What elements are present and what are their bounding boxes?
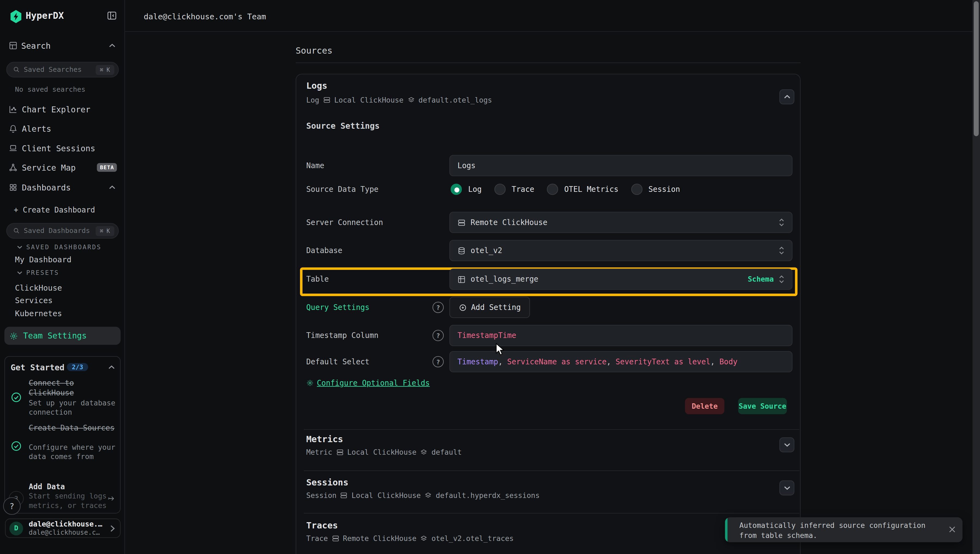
table-name: default.hyperdx_sessions [436, 491, 540, 500]
search-icon [13, 228, 20, 234]
select-chevrons-icon [779, 218, 784, 227]
sidebar-item-chart-explorer[interactable]: Chart Explorer [22, 105, 90, 114]
name-input[interactable] [449, 155, 792, 176]
avatar: D [9, 521, 23, 535]
metrics-expand-button[interactable] [779, 437, 794, 452]
default-select-label: Default Select [306, 357, 370, 366]
saved-searches-field[interactable] [24, 65, 92, 74]
chevron-right-icon [110, 524, 115, 532]
sql-segment: Body [715, 357, 738, 366]
database-select[interactable]: otel_v2 [449, 240, 792, 261]
sidebar-item-alerts[interactable]: Alerts [22, 124, 51, 134]
radio-trace-label[interactable]: Trace [512, 185, 534, 194]
user-menu[interactable]: D dale@clickhouse.… dale@clickhouse.c… [5, 519, 121, 538]
delete-button[interactable]: Delete [685, 398, 724, 414]
scrollbar-thumb[interactable] [974, 2, 978, 136]
traces-section-title: Traces [306, 520, 338, 530]
database-icon [457, 247, 466, 255]
help-button[interactable]: ? [3, 497, 21, 515]
app-viewport: HyperDX Search ⌘ K No saved searches Cha… [0, 0, 980, 554]
scrollbar-track[interactable] [972, 0, 980, 554]
saved-dashboards-shortcut: ⌘ K [96, 226, 114, 236]
timestamp-help-icon[interactable]: ? [433, 330, 444, 341]
get-started-title: Get Started [11, 363, 65, 372]
brand-name: HyperDX [25, 11, 64, 21]
create-dashboard-button[interactable]: + Create Dashboard [14, 205, 95, 214]
radio-trace[interactable] [494, 184, 505, 195]
saved-dashboards-group-chevron-icon[interactable] [17, 245, 22, 249]
step-title-connect[interactable]: Connect to ClickHouse [29, 378, 118, 398]
name-field[interactable] [457, 161, 784, 170]
arrow-right-icon[interactable] [107, 495, 116, 502]
default-select-help-icon[interactable]: ? [433, 356, 444, 367]
get-started-chevron-up-icon[interactable] [108, 365, 115, 370]
server-connection-label: Server Connection [306, 218, 383, 227]
logs-collapse-button[interactable] [779, 89, 794, 104]
collapse-sidebar-icon[interactable] [107, 11, 117, 21]
sidebar-item-services[interactable]: Services [15, 296, 53, 305]
configure-optional-fields-link[interactable]: Configure Optional Fields [317, 379, 430, 387]
sql-segment: , [498, 357, 503, 366]
app-stage: HyperDX Search ⌘ K No saved searches Cha… [0, 0, 980, 554]
service-map-beta-badge: BETA [97, 163, 117, 172]
saved-dashboards-input[interactable]: ⌘ K [6, 223, 119, 239]
search-icon [13, 66, 20, 73]
server-icon [323, 96, 330, 104]
sources-card: Logs Log Local ClickHouse default.otel_l… [296, 74, 801, 554]
traces-breadcrumb: Trace Remote ClickHouse otel_v2.otel_tra… [306, 534, 514, 543]
close-icon[interactable] [949, 526, 956, 533]
server-connection-value: Remote ClickHouse [471, 218, 547, 227]
step-check-icon [11, 392, 22, 403]
save-source-button[interactable]: Save Source [738, 398, 787, 414]
sidebar-item-kubernetes[interactable]: Kubernetes [15, 309, 62, 318]
sidebar-item-dashboards[interactable]: Dashboards [22, 183, 71, 193]
step-desc-add-data: Start sending logs, metrics, or traces [29, 492, 120, 511]
schema-link[interactable]: Schema [748, 275, 774, 283]
sidebar-item-service-map[interactable]: Service Map [22, 163, 76, 172]
chart-explorer-icon [9, 105, 18, 114]
mouse-cursor [496, 343, 505, 356]
sessions-expand-button[interactable] [779, 481, 794, 495]
toast-accent-bar [725, 517, 727, 542]
stack-icon [407, 96, 415, 104]
table-select[interactable]: otel_logs_merge Schema [449, 269, 792, 290]
chevron-up-icon [784, 94, 790, 99]
server-connection-select[interactable]: Remote ClickHouse [449, 212, 792, 233]
radio-log-label[interactable]: Log [468, 185, 482, 194]
radio-otel-metrics-label[interactable]: OTEL Metrics [564, 185, 618, 194]
table-icon [457, 275, 466, 283]
server-icon [340, 492, 348, 499]
step-title-add-data[interactable]: Add Data [29, 482, 118, 492]
sidebar-item-team-settings[interactable]: Team Settings [4, 327, 121, 345]
sql-segment: , [711, 357, 715, 366]
saved-dashboards-group-label[interactable]: SAVED DASHBOARDS [26, 244, 101, 250]
saved-searches-input[interactable]: ⌘ K [6, 62, 119, 77]
server-icon [331, 535, 339, 542]
stack-icon [420, 449, 428, 456]
section-divider [304, 470, 800, 471]
saved-dashboards-field[interactable] [24, 227, 92, 235]
step-title-create-sources[interactable]: Create Data Sources [29, 423, 118, 433]
source-settings-title: Source Settings [306, 121, 380, 131]
no-saved-searches-text: No saved searches [15, 86, 86, 94]
radio-otel-metrics[interactable] [547, 184, 558, 195]
sidebar-item-my-dashboard[interactable]: My Dashboard [15, 255, 71, 264]
sql-segment: , [607, 357, 611, 366]
radio-session-label[interactable]: Session [649, 185, 680, 194]
sidebar-section-search[interactable]: Search [21, 41, 51, 51]
timestamp-column-field[interactable] [457, 331, 784, 340]
dashboards-chevron-up-icon[interactable] [108, 185, 115, 190]
presets-group-chevron-icon[interactable] [17, 271, 22, 275]
presets-group-label[interactable]: PRESETS [26, 269, 59, 276]
add-setting-button[interactable]: Add Setting [449, 297, 530, 318]
add-setting-label: Add Setting [471, 303, 521, 312]
sidebar-item-client-sessions[interactable]: Client Sessions [22, 144, 95, 153]
search-section-chevron-up-icon[interactable] [108, 43, 115, 48]
sources-divider [296, 62, 801, 63]
radio-log[interactable] [451, 184, 462, 195]
server-icon [457, 218, 466, 226]
radio-session[interactable] [631, 184, 642, 195]
sidebar-item-clickhouse[interactable]: ClickHouse [15, 283, 62, 292]
query-settings-help-icon[interactable]: ? [433, 302, 444, 313]
sql-segment: ServiceName as service [503, 357, 607, 366]
